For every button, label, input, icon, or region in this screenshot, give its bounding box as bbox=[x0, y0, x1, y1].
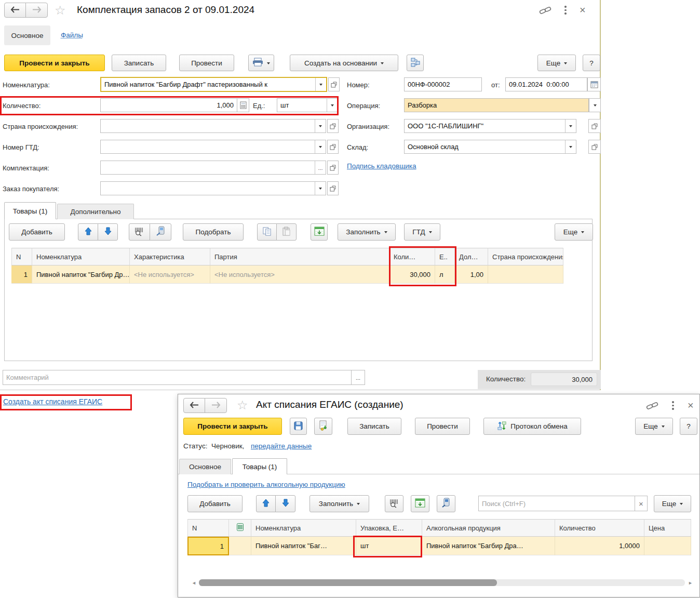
cell-characteristic[interactable]: <Не используется> bbox=[130, 265, 210, 284]
pick-and-check-link[interactable]: Подобрать и проверить алкогольную продук… bbox=[187, 481, 345, 488]
fill-button[interactable]: Заполнить bbox=[338, 223, 396, 241]
unit-combo[interactable] bbox=[277, 98, 338, 112]
date-field[interactable] bbox=[505, 77, 587, 91]
kit-field[interactable]: ... bbox=[100, 161, 326, 175]
close-icon[interactable]: × bbox=[688, 400, 694, 410]
comment-input[interactable] bbox=[3, 370, 351, 384]
kebab-menu-icon[interactable] bbox=[564, 6, 567, 15]
barcode-scan-button[interactable] bbox=[129, 223, 150, 241]
write-button[interactable]: Записать bbox=[112, 55, 166, 71]
comment-dots-button[interactable]: ... bbox=[351, 370, 365, 385]
structure-button[interactable] bbox=[407, 55, 424, 71]
org-open-button[interactable] bbox=[588, 119, 601, 133]
scrollbar-thumb[interactable] bbox=[199, 579, 497, 586]
cell-unit[interactable]: л bbox=[435, 265, 455, 284]
back-button[interactable] bbox=[4, 3, 26, 18]
order-dropdown[interactable] bbox=[315, 182, 326, 195]
exchange-protocol-button[interactable]: Протокол обмена bbox=[483, 418, 581, 435]
help-button[interactable]: ? bbox=[583, 55, 600, 71]
date-input[interactable] bbox=[506, 78, 587, 91]
data-terminal-button[interactable] bbox=[150, 223, 171, 241]
add-row-button[interactable]: Добавить bbox=[187, 495, 243, 512]
move-up-button[interactable] bbox=[256, 495, 276, 512]
table-settings-button[interactable] bbox=[311, 223, 328, 241]
cell-batch[interactable]: <Не используется> bbox=[210, 265, 389, 284]
operation-dropdown-button[interactable] bbox=[589, 98, 601, 112]
col-pack[interactable]: Упаковка, Е… bbox=[356, 519, 422, 537]
more-button[interactable]: Еще bbox=[635, 418, 673, 435]
back-button[interactable] bbox=[183, 398, 205, 413]
move-down-button[interactable] bbox=[275, 495, 295, 512]
kit-input[interactable] bbox=[101, 161, 315, 174]
col-batch[interactable]: Партия bbox=[210, 248, 389, 265]
quantity-field[interactable] bbox=[100, 98, 237, 112]
org-input[interactable] bbox=[405, 119, 565, 132]
operation-field[interactable] bbox=[404, 98, 589, 112]
tab-goods[interactable]: Товары (1) bbox=[232, 458, 287, 474]
storekeeper-signature-link[interactable]: Подпись кладовщика bbox=[347, 162, 416, 170]
copy-row-button[interactable] bbox=[257, 223, 277, 241]
move-down-button[interactable] bbox=[98, 223, 118, 241]
quantity-input[interactable] bbox=[101, 99, 237, 112]
paste-row-button[interactable] bbox=[276, 223, 297, 241]
warehouse-open-button[interactable] bbox=[588, 140, 601, 154]
create-egais-act-link[interactable]: Создать акт списания ЕГАИС bbox=[3, 397, 102, 406]
gtd-input[interactable] bbox=[101, 140, 315, 153]
search-field[interactable] bbox=[478, 496, 635, 511]
print-button[interactable] bbox=[248, 55, 274, 71]
cell-price[interactable] bbox=[644, 537, 691, 555]
order-field[interactable] bbox=[100, 181, 326, 195]
goods-more-button[interactable]: Еще bbox=[654, 495, 691, 512]
get-link-icon[interactable] bbox=[539, 5, 551, 18]
cell-alco[interactable]: Пивной напиток "Багбир Дра… bbox=[422, 537, 555, 555]
post-and-close-button[interactable]: Провести и закрыть bbox=[4, 55, 105, 71]
cell-pack[interactable]: шт bbox=[356, 537, 422, 555]
nomenclature-dropdown[interactable] bbox=[315, 78, 326, 91]
gtd-field[interactable] bbox=[100, 140, 326, 154]
calculator-button[interactable] bbox=[237, 98, 249, 112]
number-input[interactable] bbox=[405, 78, 481, 91]
cell-qty[interactable]: 1,0000 bbox=[555, 537, 644, 555]
barcode-scan-button[interactable] bbox=[385, 495, 403, 512]
calendar-button[interactable] bbox=[587, 77, 601, 91]
col-nomenclature[interactable]: Номенклатура bbox=[251, 519, 356, 537]
forward-button[interactable] bbox=[25, 3, 48, 18]
operation-input[interactable] bbox=[405, 99, 588, 112]
order-open-button[interactable] bbox=[327, 181, 339, 195]
close-icon[interactable]: × bbox=[580, 5, 586, 15]
forward-button[interactable] bbox=[205, 398, 227, 413]
cell-qty[interactable]: 30,000 bbox=[389, 265, 435, 284]
gtd-button[interactable]: ГТД bbox=[404, 223, 440, 241]
col-qty[interactable]: Коли… bbox=[389, 248, 435, 265]
data-terminal-button[interactable] bbox=[437, 495, 455, 512]
col-n[interactable]: N bbox=[187, 519, 229, 537]
org-dropdown[interactable] bbox=[565, 119, 576, 132]
scroll-right-arrow[interactable]: ► bbox=[688, 581, 693, 586]
add-row-button[interactable]: Добавить bbox=[9, 223, 65, 241]
col-n[interactable]: N bbox=[11, 248, 32, 265]
unit-input[interactable] bbox=[277, 99, 327, 112]
warehouse-dropdown[interactable] bbox=[565, 140, 576, 153]
tab-faily-link[interactable]: Файлы bbox=[61, 31, 83, 39]
favorite-star-icon[interactable]: ☆ bbox=[237, 399, 248, 411]
kit-open-button[interactable] bbox=[327, 161, 339, 175]
fill-button[interactable]: Заполнить bbox=[309, 495, 369, 512]
col-nomenclature[interactable]: Номенклатура bbox=[32, 248, 130, 265]
post-and-close-button[interactable]: Провести и закрыть bbox=[183, 418, 282, 435]
gtd-dropdown[interactable] bbox=[315, 140, 326, 153]
country-open-button[interactable] bbox=[327, 119, 339, 133]
col-share[interactable]: Дол… bbox=[455, 248, 488, 265]
nomenclature-input[interactable] bbox=[101, 78, 315, 91]
number-field[interactable] bbox=[404, 77, 482, 91]
cell-country[interactable] bbox=[488, 265, 563, 284]
nomenclature-open-button[interactable] bbox=[328, 77, 340, 91]
col-country[interactable]: Страна происхождения bbox=[488, 248, 563, 265]
save-button[interactable] bbox=[290, 418, 307, 435]
kebab-menu-icon[interactable] bbox=[672, 401, 674, 410]
unit-dropdown[interactable] bbox=[327, 99, 338, 112]
warehouse-field[interactable] bbox=[404, 140, 576, 154]
search-input[interactable] bbox=[479, 496, 635, 511]
country-dropdown[interactable] bbox=[315, 119, 326, 132]
cell-share[interactable]: 1,00 bbox=[455, 265, 488, 284]
nomenclature-field[interactable] bbox=[100, 77, 327, 92]
